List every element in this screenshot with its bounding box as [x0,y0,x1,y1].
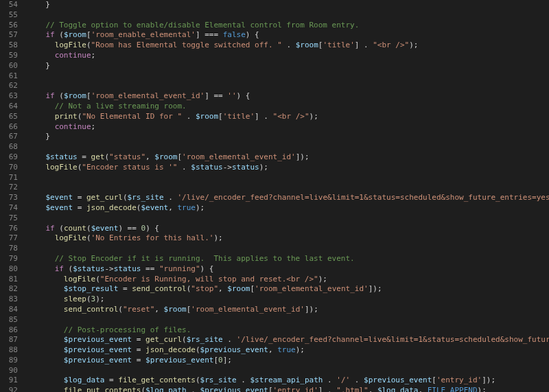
line-number: 88 [4,345,18,356]
code-line[interactable]: // Not a live streaming room. [27,102,549,112]
code-line[interactable] [27,10,549,21]
code-line[interactable]: print("No Elemental ID for " . $room['ti… [27,112,549,122]
line-number: 77 [4,233,18,244]
line-number: 57 [4,30,18,41]
code-line[interactable]: // Stop Encoder if it is running. This a… [27,254,549,264]
line-number: 79 [4,254,18,264]
line-number: 85 [4,315,18,325]
line-number: 63 [4,91,18,102]
line-number: 69 [4,152,18,163]
line-number: 87 [4,335,18,345]
code-line[interactable] [27,366,549,376]
code-line[interactable]: // Post-processing of files. [27,325,549,336]
code-line[interactable]: $log_data = file_get_contents($rs_site .… [27,376,549,386]
code-line[interactable]: sleep(3); [27,295,549,305]
code-line[interactable]: // Toggle option to enable/disable Eleme… [27,21,549,31]
code-line[interactable]: if (count($event) == 0) { [27,224,549,234]
line-number: 73 [4,193,18,203]
line-number: 70 [4,163,18,173]
code-line[interactable] [27,315,549,325]
code-line[interactable] [27,183,549,193]
line-number: 76 [4,224,18,234]
line-number: 61 [4,71,18,82]
line-number: 89 [4,356,18,366]
code-line[interactable]: send_control("reset", $room['room_elemen… [27,305,549,315]
code-line[interactable]: logFile('No Entries for this hall.'); [27,233,549,244]
line-number: 55 [4,10,18,21]
code-line[interactable]: } [27,0,549,10]
line-number: 78 [4,244,18,254]
code-line[interactable]: if ($room['room_enable_elemental'] === f… [27,30,549,41]
line-number: 91 [4,376,18,386]
code-line[interactable]: file_put_contents($log_path . $previous_… [27,386,549,392]
line-number: 65 [4,112,18,122]
code-line[interactable]: $previous_event = $previous_event[0]; [27,356,549,366]
code-line[interactable]: logFile("Encoder status is '" . $status-… [27,163,549,173]
line-number: 68 [4,142,18,152]
line-number: 83 [4,295,18,305]
line-number: 62 [4,81,18,91]
code-line[interactable] [27,81,549,91]
code-line[interactable]: $event = json_decode($event, true); [27,203,549,214]
code-line[interactable] [27,244,549,254]
line-number: 59 [4,51,18,61]
line-number: 54 [4,0,18,10]
code-line[interactable]: if ($status->status == "running") { [27,264,549,275]
line-number: 74 [4,203,18,214]
code-line[interactable]: if ($room['room_elemental_event_id'] == … [27,91,549,102]
code-line[interactable]: } [27,61,549,71]
code-line[interactable] [27,71,549,82]
code-line[interactable]: continue; [27,51,549,61]
code-content[interactable]: } // Toggle option to enable/disable Ele… [27,0,549,392]
code-line[interactable]: $previous_event = get_curl($rs_site . '/… [27,335,549,345]
line-number: 75 [4,214,18,224]
line-number: 58 [4,41,18,51]
code-line[interactable] [27,173,549,183]
code-line[interactable]: $event = get_curl($rs_site . '/live/_enc… [27,193,549,203]
line-number-gutter: 5455565758596061626364656667686970717273… [0,0,27,392]
line-number: 86 [4,325,18,336]
line-number: 82 [4,284,18,295]
code-line[interactable]: logFile("Encoder is Running, will stop a… [27,275,549,285]
line-number: 90 [4,366,18,376]
line-number: 67 [4,132,18,142]
line-number: 72 [4,183,18,193]
line-number: 60 [4,61,18,71]
line-number: 80 [4,264,18,275]
code-editor[interactable]: 5455565758596061626364656667686970717273… [0,0,549,392]
line-number: 64 [4,102,18,112]
code-line[interactable] [27,142,549,152]
line-number: 92 [4,386,18,392]
code-line[interactable]: $status = get("status", $room['room_elem… [27,152,549,163]
line-number: 84 [4,305,18,315]
line-number: 56 [4,21,18,31]
line-number: 66 [4,122,18,132]
code-line[interactable]: continue; [27,122,549,132]
code-line[interactable] [27,214,549,224]
code-line[interactable]: $stop_result = send_control("stop", $roo… [27,284,549,295]
line-number: 71 [4,173,18,183]
code-line[interactable]: logFile("Room has Elemental toggle switc… [27,41,549,51]
code-line[interactable]: } [27,132,549,142]
code-line[interactable]: $previous_event = json_decode($previous_… [27,345,549,356]
line-number: 81 [4,275,18,285]
